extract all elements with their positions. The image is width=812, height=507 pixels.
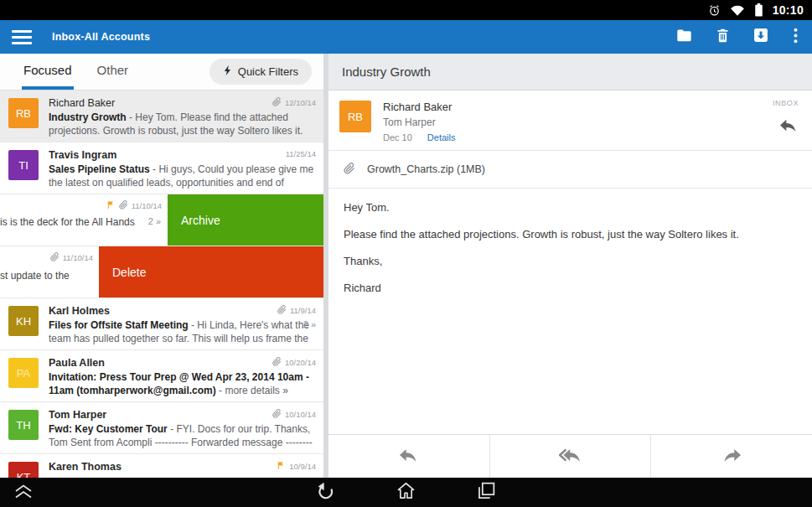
subject: Sales Pipeline Status — [49, 163, 150, 175]
avatar: RB — [8, 98, 39, 128]
mail-list-item[interactable]: KH Karl Holmes Files for Offsite Staff M… — [0, 298, 323, 350]
lightning-icon — [223, 65, 232, 79]
subject: Industry Growth — [49, 111, 127, 123]
status-time: 10:10 — [773, 3, 804, 17]
attachment-name: Growth_Charts.zip (1MB) — [367, 163, 485, 175]
overflow-menu-button[interactable] — [789, 24, 802, 49]
alarm-icon — [708, 4, 721, 17]
delete-action-button[interactable]: Delete — [99, 246, 323, 297]
flag-icon — [106, 200, 116, 211]
folder-badge: INBOX — [773, 99, 799, 107]
subject: Fwd: Key Customer Tour — [49, 423, 168, 435]
message-date: 11/10/14 — [63, 253, 93, 262]
attachment-row[interactable]: Growth_Charts.zip (1MB) — [328, 151, 812, 189]
message-date: 11/25/14 — [286, 149, 316, 158]
archive-button[interactable] — [750, 24, 772, 49]
recents-button[interactable] — [475, 480, 499, 504]
message-snippet: is is the deck for the All Hands. — [0, 216, 136, 228]
thread-count: 2 » — [303, 319, 316, 329]
screen: 10:10 Inbox-All Accounts — [0, 0, 812, 507]
message-list-pane: Focused Other Quick Filters RB Richard B… — [0, 54, 323, 478]
thread-count: 2 » — [148, 216, 161, 226]
menu-button[interactable] — [12, 30, 32, 44]
recents-icon — [476, 480, 497, 504]
message-body: Hey Tom. Please find the attached projec… — [328, 189, 812, 434]
paperclip-icon — [272, 409, 282, 420]
from-name: Richard Baker — [383, 101, 455, 113]
archive-action-button[interactable]: Archive — [168, 194, 323, 246]
message-date: 10/9/14 — [289, 462, 316, 471]
mail-list-item-swiped-archive[interactable]: 11/10/14 is is the deck for the All Hand… — [0, 194, 323, 246]
message-date: 11/10/14 — [132, 201, 162, 210]
avatar: TI — [8, 150, 39, 180]
overflow-icon — [794, 28, 798, 47]
hamburger-icon — [12, 30, 32, 33]
message-date: 12/10/14 — [285, 98, 316, 107]
message-snippet: Sales Pipeline Status - Hi guys, Could y… — [49, 163, 315, 190]
app-bar-actions — [673, 24, 802, 49]
home-icon — [396, 480, 416, 504]
avatar: PA — [8, 358, 39, 388]
battery-icon — [754, 3, 763, 17]
mail-list-item[interactable]: KT Karen Thomas 10/9/14 — [0, 454, 323, 478]
android-nav-bar — [0, 478, 812, 507]
paperclip-icon — [277, 305, 287, 316]
avatar: KH — [8, 306, 39, 336]
message-date: 11/9/14 — [290, 306, 316, 315]
paperclip-icon — [272, 97, 282, 108]
reading-pane: Industry Growth RB Richard Baker Tom Har… — [328, 54, 812, 478]
reply-all-button[interactable] — [490, 435, 652, 478]
reply-icon — [398, 447, 419, 467]
tab-other[interactable]: Other — [96, 54, 131, 90]
folder-icon — [675, 28, 693, 46]
paperclip-icon — [119, 200, 128, 211]
message-action-bar — [328, 434, 812, 478]
sender-name: Karl Holmes — [49, 304, 315, 318]
reply-icon — [778, 122, 799, 136]
app-bar-title: Inbox-All Accounts — [52, 31, 150, 43]
details-link[interactable]: Details — [427, 132, 456, 142]
message-snippet: Files for Offsite Staff Meeting - Hi Lin… — [49, 318, 315, 345]
sender-name: Travis Ingram — [49, 148, 315, 162]
quick-filters-button[interactable]: Quick Filters — [209, 59, 312, 85]
main-area: Focused Other Quick Filters RB Richard B… — [0, 54, 812, 478]
app-bar: Inbox-All Accounts — [0, 20, 812, 54]
message-date: Dec 10 — [383, 132, 412, 142]
mail-list-item[interactable]: RB Richard Baker Industry Growth - Hey T… — [0, 91, 323, 142]
back-button[interactable] — [314, 480, 338, 504]
subject: Files for Offsite Staff Meeting — [49, 319, 189, 331]
paperclip-icon — [344, 163, 355, 177]
status-bar: 10:10 — [0, 0, 812, 20]
forward-icon — [721, 447, 742, 467]
delete-button[interactable] — [711, 24, 733, 49]
flag-icon — [277, 461, 286, 472]
body-paragraph: Hey Tom. — [344, 201, 797, 215]
reply-button[interactable] — [328, 435, 490, 478]
mail-list-item-swiped-delete[interactable]: 11/10/14 st update to the Delete — [0, 246, 323, 298]
body-paragraph: Richard — [344, 282, 797, 295]
mail-list-item[interactable]: TH Tom Harper Fwd: Key Customer Tour - F… — [0, 402, 323, 454]
tab-focused[interactable]: Focused — [22, 54, 74, 90]
back-icon — [315, 480, 336, 504]
body-paragraph: Thanks, — [344, 255, 797, 268]
reply-all-icon — [559, 447, 582, 467]
sender-name: Karen Thomas — [49, 460, 315, 473]
mail-list-item[interactable]: PA Paula Allen Invitation: Press Tour Pr… — [0, 350, 323, 402]
forward-button[interactable] — [651, 435, 812, 478]
to-name: Tom Harper — [383, 116, 455, 128]
move-to-folder-button[interactable] — [673, 24, 695, 49]
message-snippet: Invitation: Press Tour Prep @ Wed Apr 23… — [49, 370, 315, 398]
mail-list-item[interactable]: TI Travis Ingram Sales Pipeline Status -… — [0, 142, 323, 194]
archive-icon — [753, 27, 769, 47]
message-date: 10/20/14 — [285, 358, 316, 367]
body-paragraph: Please find the attached projections. Gr… — [344, 228, 797, 241]
paperclip-icon — [272, 357, 282, 368]
trash-icon — [716, 28, 730, 47]
avatar: TH — [8, 410, 39, 440]
message-snippet: Fwd: Key Customer Tour - FYI. Docs for o… — [49, 422, 315, 450]
reply-button-top[interactable] — [773, 117, 799, 137]
paperclip-icon — [50, 252, 59, 263]
subject-header: Industry Growth — [328, 54, 812, 91]
message-snippet: st update to the — [0, 270, 97, 282]
home-button[interactable] — [395, 480, 418, 504]
